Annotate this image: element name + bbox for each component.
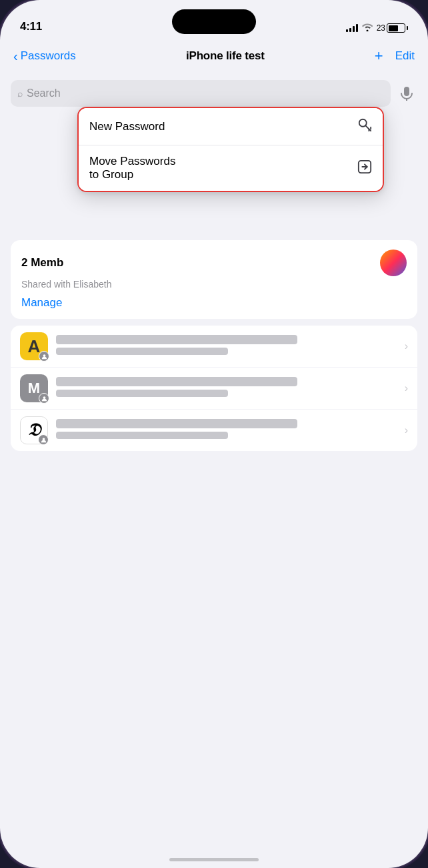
dropdown-menu: New Password Move Passwordsto Group	[77, 107, 384, 192]
nav-back-label: Passwords	[21, 49, 76, 63]
svg-point-10	[42, 438, 45, 440]
shared-badge-3	[38, 434, 49, 445]
new-password-option[interactable]: New Password	[79, 108, 383, 145]
edit-button[interactable]: Edit	[395, 49, 415, 63]
home-indicator	[169, 858, 259, 861]
status-icons: 23	[346, 23, 408, 33]
battery-fill	[389, 25, 399, 31]
nav-title: iPhone life test	[76, 49, 375, 63]
add-button[interactable]: +	[375, 49, 383, 63]
new-password-label: New Password	[89, 120, 165, 133]
password-item-1[interactable]: A ›	[11, 326, 417, 368]
password-name-blur-3	[56, 419, 297, 428]
search-icon: ⌕	[17, 88, 23, 99]
group-title: 2 Memb	[21, 256, 63, 270]
svg-line-3	[365, 125, 371, 131]
chevron-right-icon-1: ›	[405, 340, 408, 352]
chevron-right-icon-3: ›	[405, 424, 408, 436]
signal-bar-3	[353, 26, 355, 32]
svg-point-9	[43, 396, 45, 399]
key-icon	[357, 117, 372, 135]
password-url-blur-3	[56, 432, 228, 439]
password-list: A ›	[11, 326, 417, 451]
svg-rect-0	[404, 87, 409, 96]
shared-badge-2	[39, 393, 49, 404]
signal-bar-4	[356, 24, 358, 32]
arrow-right-box-icon	[357, 159, 372, 177]
nav-bar: ‹ Passwords iPhone life test + Edit	[0, 39, 428, 73]
search-bar[interactable]: ⌕ Search	[11, 80, 391, 107]
app-icon-appstore: A	[20, 332, 48, 360]
mic-icon[interactable]	[396, 83, 417, 104]
battery-icon: 23	[377, 23, 408, 33]
password-text-1	[56, 335, 401, 358]
password-name-blur-1	[56, 335, 297, 344]
password-text-2	[56, 377, 401, 400]
move-passwords-option[interactable]: Move Passwordsto Group	[79, 145, 383, 191]
chevron-right-icon-2: ›	[405, 382, 408, 394]
nav-back-button[interactable]: ‹ Passwords	[13, 49, 76, 63]
password-url-blur-2	[56, 390, 228, 397]
password-url-blur-1	[56, 348, 228, 355]
password-item-3[interactable]: 𝔇 ›	[11, 410, 417, 451]
signal-bar-2	[349, 28, 351, 32]
battery-number: 23	[377, 23, 385, 33]
battery-body	[387, 23, 405, 33]
app-icon-m: M	[20, 374, 48, 402]
status-time: 4:11	[20, 20, 42, 33]
group-header: 2 Memb	[21, 250, 407, 276]
svg-point-8	[43, 354, 45, 357]
battery-tip	[407, 26, 408, 30]
manage-link[interactable]: Manage	[21, 296, 62, 309]
wifi-icon	[362, 23, 373, 33]
phone-screen: 4:11 23	[0, 0, 428, 868]
search-placeholder: Search	[27, 87, 61, 99]
signal-bar-1	[346, 29, 348, 32]
app-icon-nyt: 𝔇	[20, 416, 48, 444]
phone-frame: 4:11 23	[0, 0, 428, 868]
shared-badge-1	[39, 351, 49, 362]
back-chevron-icon: ‹	[13, 49, 18, 63]
group-avatar	[380, 250, 407, 276]
group-subtitle: Shared with Elisabeth	[21, 279, 407, 290]
group-section: 2 Memb Shared with Elisabeth Manage	[11, 240, 417, 319]
password-text-3	[56, 419, 401, 442]
search-row: ⌕ Search New Password	[11, 80, 417, 107]
password-name-blur-2	[56, 377, 297, 386]
password-item-2[interactable]: M ›	[11, 368, 417, 410]
dynamic-island	[172, 9, 256, 34]
content-area: ⌕ Search New Password	[0, 73, 428, 868]
signal-icon	[346, 24, 358, 32]
move-passwords-label: Move Passwordsto Group	[89, 155, 175, 181]
nav-actions: + Edit	[375, 49, 415, 63]
